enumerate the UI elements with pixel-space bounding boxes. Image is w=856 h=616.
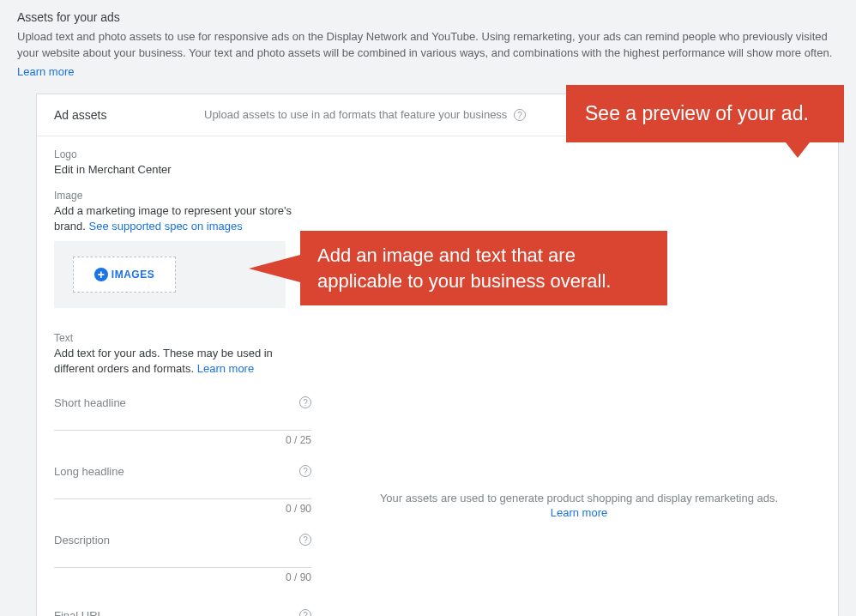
plus-icon: +	[94, 268, 108, 281]
long-headline-count: 0 / 90	[54, 503, 311, 515]
images-button-label: IMAGES	[112, 269, 154, 281]
text-section: Text Add text for your ads. These may be…	[54, 332, 310, 616]
learn-more-link-top[interactable]: Learn more	[17, 65, 74, 78]
final-url-field[interactable]: Final URL ?	[54, 609, 311, 616]
callout-preview: See a preview of your ad.	[566, 85, 844, 142]
edit-merchant-center-link[interactable]: Edit in Merchant Center	[54, 163, 172, 176]
callout-image: Add an image and text that are applicabl…	[300, 231, 667, 305]
image-description: Add a marketing image to represent your …	[54, 203, 310, 234]
page-description: Upload text and photo assets to use for …	[17, 29, 839, 62]
callout-arrow-icon	[786, 142, 810, 158]
description-label: Description	[54, 534, 110, 547]
page-header: Assets for your ads Upload text and phot…	[0, 0, 856, 85]
help-icon[interactable]: ?	[299, 609, 311, 616]
image-label: Image	[54, 190, 310, 202]
long-headline-label: Long headline	[54, 465, 124, 478]
logo-section: Logo Edit in Merchant Center	[54, 148, 310, 178]
help-icon[interactable]: ?	[299, 465, 311, 477]
logo-label: Logo	[54, 148, 310, 160]
preview-learn-more-link[interactable]: Learn more	[380, 506, 778, 519]
short-headline-label: Short headline	[54, 396, 126, 409]
long-headline-field[interactable]: Long headline ? 0 / 90	[54, 465, 311, 515]
description-count: 0 / 90	[54, 571, 311, 583]
help-icon[interactable]: ?	[299, 396, 311, 408]
preview-column: Your assets are used to generate product…	[320, 136, 838, 616]
description-field[interactable]: Description ? 0 / 90	[54, 534, 311, 583]
help-icon[interactable]: ?	[299, 534, 311, 546]
image-section: Image Add a marketing image to represent…	[54, 190, 310, 308]
short-headline-input[interactable]	[54, 430, 311, 431]
text-description: Add text for your ads. These may be used…	[54, 346, 310, 377]
text-label: Text	[54, 332, 310, 344]
page-title: Assets for your ads	[17, 10, 839, 24]
callout-arrow-icon	[249, 255, 300, 282]
supported-spec-link[interactable]: See supported spec on images	[88, 220, 242, 233]
text-learn-more-link[interactable]: Learn more	[197, 362, 254, 375]
short-headline-count: 0 / 25	[54, 434, 311, 446]
ad-assets-card: Ad assets Upload assets to use in ad for…	[36, 94, 839, 616]
preview-message: Your assets are used to generate product…	[354, 492, 804, 519]
short-headline-field[interactable]: Short headline ? 0 / 25	[54, 396, 311, 446]
add-images-button[interactable]: + IMAGES	[73, 257, 176, 293]
card-body: Logo Edit in Merchant Center Image Add a…	[37, 136, 838, 616]
left-column: Logo Edit in Merchant Center Image Add a…	[37, 136, 320, 616]
card-title: Ad assets	[54, 108, 204, 122]
description-input[interactable]	[54, 567, 311, 568]
card-subtitle: Upload assets to use in ad formats that …	[204, 108, 526, 122]
help-icon[interactable]: ?	[514, 109, 526, 121]
final-url-label: Final URL	[54, 609, 104, 616]
long-headline-input[interactable]	[54, 498, 311, 499]
